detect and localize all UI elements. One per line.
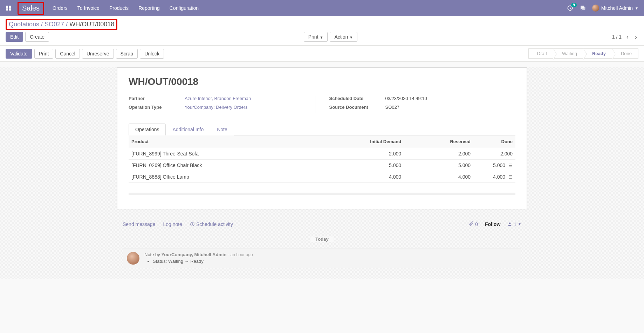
cell-done: 4.000 ☰: [473, 171, 515, 183]
cell-reserved: 4.000: [404, 171, 473, 183]
navbar-right: 9 Mitchell Admin ▼: [567, 5, 638, 12]
value-partner[interactable]: Azure Interior, Brandon Freeman: [185, 96, 251, 101]
operations-table: Product Initial Demand Reserved Done [FU…: [129, 135, 515, 183]
log-note-button[interactable]: Log note: [163, 221, 182, 227]
nav-reporting[interactable]: Reporting: [138, 5, 160, 11]
cancel-button[interactable]: Cancel: [55, 49, 80, 59]
edit-button[interactable]: Edit: [6, 32, 23, 42]
unreserve-button[interactable]: Unreserve: [82, 49, 114, 59]
apps-icon[interactable]: [6, 5, 11, 11]
chatter: Send message Log note Schedule activity …: [117, 218, 527, 268]
table-footer-line: [129, 193, 515, 195]
unlock-button[interactable]: Unlock: [140, 49, 164, 59]
scrap-button[interactable]: Scrap: [116, 49, 138, 59]
col-initial-demand[interactable]: Initial Demand: [307, 135, 404, 148]
value-scheduled-date: 03/23/2020 14:49:10: [385, 96, 427, 101]
print-dropdown[interactable]: Print▼: [304, 32, 328, 42]
status-ready[interactable]: Ready: [584, 48, 612, 59]
status-bar: Draft Waiting Ready Done: [528, 48, 638, 59]
breadcrumb: Quotations / SO027 / WH/OUT/00018: [6, 19, 117, 30]
col-reserved[interactable]: Reserved: [404, 135, 473, 148]
pager-next-icon[interactable]: ›: [633, 33, 638, 41]
label-operation-type: Operation Type: [129, 105, 185, 110]
validate-button[interactable]: Validate: [6, 49, 32, 59]
status-waiting[interactable]: Waiting: [554, 48, 584, 59]
form-sheet: WH/OUT/00018 Partner Azure Interior, Bra…: [117, 67, 527, 209]
col-product[interactable]: Product: [129, 135, 307, 148]
content-area: WH/OUT/00018 Partner Azure Interior, Bra…: [0, 67, 644, 279]
detail-list-icon[interactable]: ☰: [509, 163, 513, 168]
cell-initial: 2.000: [307, 148, 404, 160]
detail-list-icon[interactable]: ☰: [509, 175, 513, 180]
activity-badge: 9: [571, 3, 577, 7]
table-row[interactable]: [FURN_8888] Office Lamp4.0004.0004.000 ☰: [129, 171, 515, 183]
tabs: Operations Additional Info Note: [129, 123, 515, 135]
action-dropdown[interactable]: Action▼: [330, 32, 357, 42]
tab-additional-info[interactable]: Additional Info: [166, 124, 210, 135]
table-row[interactable]: [FURN_0269] Office Chair Black5.0005.000…: [129, 160, 515, 171]
app-brand[interactable]: Sales: [18, 2, 44, 15]
attachments-button[interactable]: 0: [469, 221, 478, 227]
breadcrumb-current: WH/OUT/00018: [69, 21, 114, 28]
nav-configuration[interactable]: Configuration: [170, 5, 199, 11]
chatter-date-divider: Today: [123, 236, 521, 242]
svg-rect-1: [9, 6, 11, 8]
user-name: Mitchell Admin: [601, 5, 633, 11]
pager-text: 1 / 1: [612, 34, 622, 40]
cell-product: [FURN_0269] Office Chair Black: [129, 160, 307, 171]
label-scheduled-date: Scheduled Date: [329, 96, 385, 101]
pager-prev-icon[interactable]: ‹: [625, 33, 630, 41]
cell-product: [FURN_8888] Office Lamp: [129, 171, 307, 183]
caret-down-icon: ▼: [518, 222, 521, 226]
label-source-document: Source Document: [329, 105, 385, 110]
user-menu[interactable]: Mitchell Admin ▼: [592, 5, 638, 12]
table-row[interactable]: [FURN_8999] Three-Seat Sofa2.0002.0002.0…: [129, 148, 515, 160]
discuss-icon[interactable]: [580, 5, 586, 12]
form-left-col: Partner Azure Interior, Brandon Freeman …: [129, 96, 315, 113]
tab-note[interactable]: Note: [210, 124, 234, 135]
value-source-document: SO027: [385, 105, 399, 110]
cell-done: 5.000 ☰: [473, 160, 515, 171]
nav-to-invoice[interactable]: To Invoice: [77, 5, 100, 11]
cell-initial: 5.000: [307, 160, 404, 171]
message-prefix: Note by: [144, 252, 161, 257]
value-operation-type[interactable]: YourCompany: Delivery Orders: [185, 105, 247, 110]
activity-icon[interactable]: 9: [567, 5, 573, 11]
follow-button[interactable]: Follow: [485, 221, 500, 227]
control-panel: Quotations / SO027 / WH/OUT/00018 Edit C…: [0, 16, 644, 46]
record-title: WH/OUT/00018: [129, 76, 515, 87]
caret-down-icon: ▼: [320, 35, 323, 39]
message-avatar-icon: [127, 252, 139, 265]
nav-products[interactable]: Products: [109, 5, 129, 11]
breadcrumb-so027[interactable]: SO027: [44, 21, 64, 28]
caret-down-icon: ▼: [635, 6, 638, 10]
send-message-button[interactable]: Send message: [123, 221, 155, 227]
person-icon: [507, 222, 512, 227]
svg-rect-2: [6, 8, 8, 11]
paperclip-icon: [469, 221, 474, 226]
cell-reserved: 2.000: [404, 148, 473, 160]
col-done[interactable]: Done: [473, 135, 515, 148]
form-right-col: Scheduled Date 03/23/2020 14:49:10 Sourc…: [329, 96, 516, 113]
create-button[interactable]: Create: [25, 32, 49, 42]
status-done[interactable]: Done: [612, 48, 638, 59]
message-time: - an hour ago: [228, 252, 253, 257]
nav-orders[interactable]: Orders: [53, 5, 68, 11]
cell-reserved: 5.000: [404, 160, 473, 171]
followers-button[interactable]: 1 ▼: [507, 221, 521, 227]
status-draft[interactable]: Draft: [528, 48, 554, 59]
cell-initial: 4.000: [307, 171, 404, 183]
svg-rect-3: [9, 8, 11, 11]
svg-point-6: [509, 222, 511, 224]
clock-icon: [190, 222, 195, 227]
schedule-activity-button[interactable]: Schedule activity: [190, 221, 233, 227]
user-avatar-icon: [592, 5, 599, 12]
breadcrumb-quotations[interactable]: Quotations: [9, 21, 39, 28]
action-bar: Validate Print Cancel Unreserve Scrap Un…: [0, 46, 644, 62]
cell-done: 2.000: [473, 148, 515, 160]
svg-rect-0: [6, 6, 8, 8]
print-button[interactable]: Print: [34, 49, 54, 59]
message-author[interactable]: YourCompany, Mitchell Admin: [161, 252, 226, 257]
caret-down-icon: ▼: [349, 35, 353, 39]
tab-operations[interactable]: Operations: [129, 124, 166, 135]
